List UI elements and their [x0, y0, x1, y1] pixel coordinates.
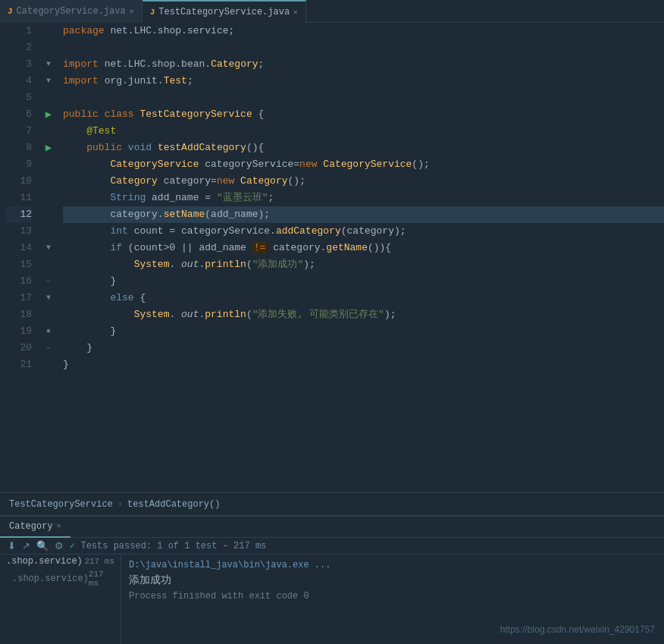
gutter-4: ▼ [38, 73, 59, 90]
fold-icon-16[interactable]: ─ [47, 273, 51, 290]
java-icon-2: J [150, 8, 155, 17]
close-tab-1[interactable]: ✕ [130, 7, 134, 16]
bottom-tab-label: Category [9, 516, 53, 537]
line-num-9: 9 [6, 156, 32, 173]
run-time-1: 217 ms [84, 557, 114, 566]
code-line-3: import net.LHC.shop.bean.Category; [63, 56, 664, 73]
line-num-14: 14 [6, 240, 32, 256]
panel-status-bar: ⬇ ↗ 🔍 ⚙ ✓ Tests passed: 1 of 1 test – 21… [0, 538, 664, 554]
code-line-17: else { [63, 290, 664, 306]
settings-btn[interactable]: ⚙ [55, 540, 64, 551]
line-num-20: 20 [6, 340, 32, 357]
run-time-2: 217 ms [89, 570, 114, 588]
code-line-18: System. out.println("添加失败, 可能类别已存在"); [63, 306, 664, 323]
close-bottom-tab[interactable]: ✕ [57, 516, 61, 537]
tab-test-category-service[interactable]: J TestCategoryService.java ✕ [143, 0, 306, 23]
run-service-name-2: .shop.service) [12, 573, 89, 584]
tab-category-service[interactable]: J CategoryService.java ✕ [0, 0, 143, 23]
gutter-15 [38, 256, 59, 273]
code-line-4: import org.junit.Test; [63, 73, 664, 90]
code-line-5 [63, 90, 664, 106]
line-num-3: 3 [6, 56, 32, 73]
line-num-6: 6 [6, 106, 32, 123]
run-icon-8[interactable]: ▶ [45, 140, 52, 156]
line-num-19: 19 [6, 323, 32, 340]
line-num-18: 18 [6, 306, 32, 323]
code-line-6: public class TestCategoryService { [63, 106, 664, 123]
gutter-2 [38, 39, 59, 56]
gutter-18 [38, 306, 59, 323]
code-line-21: } [63, 357, 664, 373]
gutter-17: ▼ [38, 290, 59, 306]
gutter-1 [38, 23, 59, 39]
gutter-14: ▼ [38, 240, 59, 256]
gutter-7 [38, 123, 59, 140]
line-num-17: 17 [6, 290, 32, 306]
gutter-21 [38, 357, 59, 373]
run-output-line: 添加成功 [129, 573, 656, 589]
code-line-7: @Test [63, 123, 664, 140]
run-left-item-2[interactable]: .shop.service) 217 ms [0, 568, 121, 589]
line-num-15: 15 [6, 256, 32, 273]
editor-area: 1 2 3 4 5 6 7 8 9 10 11 12 13 14 15 16 1… [0, 23, 664, 492]
line-num-2: 2 [6, 39, 32, 56]
gutter-5 [38, 90, 59, 106]
fold-icon-20[interactable]: ─ [47, 340, 51, 357]
gutter-19: ● [38, 323, 59, 340]
code-line-2 [63, 39, 664, 56]
line-num-4: 4 [6, 73, 32, 90]
run-service-name: .shop.service) [6, 556, 83, 567]
fold-icon-3[interactable]: ▼ [46, 56, 51, 73]
code-editor[interactable]: package net.LHC.shop.service; import net… [59, 23, 664, 492]
tab-bar: J CategoryService.java ✕ J TestCategoryS… [0, 0, 664, 23]
line-num-7: 7 [6, 123, 32, 140]
gutter-12 [38, 206, 59, 223]
gutter-8[interactable]: ▶ [38, 140, 59, 156]
bottom-tab-category[interactable]: Category ✕ [0, 517, 70, 538]
watermark: https://blog.csdn.net/weixin_42901757 [500, 624, 655, 635]
fold-icon-19[interactable]: ● [46, 323, 51, 340]
run-footer-line: Process finished with exit code 0 [129, 589, 656, 604]
test-status-text: Tests passed: 1 of 1 test – 217 ms [80, 541, 266, 551]
code-line-12: category.setName(add_name); [63, 206, 664, 223]
gutter-icons: ▼ ▼ ▶ ▶ ▼ ─ ▼ ● ─ [38, 23, 59, 492]
fold-icon-17[interactable]: ▼ [46, 290, 51, 306]
code-line-14: if (count>0 || add_name != category.getN… [63, 240, 664, 256]
gutter-3: ▼ [38, 56, 59, 73]
fold-icon-4[interactable]: ▼ [46, 73, 51, 90]
code-line-11: String add_name = "蓝墨云班"; [63, 190, 664, 206]
fold-icon-14[interactable]: ▼ [46, 240, 51, 256]
code-line-20: } [63, 340, 664, 357]
line-numbers: 1 2 3 4 5 6 7 8 9 10 11 12 13 14 15 16 1… [0, 23, 38, 492]
gutter-16: ─ [38, 273, 59, 290]
bottom-tabs: Category ✕ [0, 517, 664, 538]
gutter-10 [38, 173, 59, 190]
tab-test-label: TestCategoryService.java [158, 7, 290, 17]
code-line-10: Category category=new Category(); [63, 173, 664, 190]
breadcrumb-class[interactable]: TestCategoryService [9, 499, 113, 510]
line-num-13: 13 [6, 223, 32, 240]
gutter-11 [38, 190, 59, 206]
line-num-1: 1 [6, 23, 32, 39]
gutter-9 [38, 156, 59, 173]
code-line-16: } [63, 273, 664, 290]
line-num-11: 11 [6, 190, 32, 206]
code-line-9: CategoryService categoryService=new Cate… [63, 156, 664, 173]
run-icon-6[interactable]: ▶ [45, 106, 52, 123]
run-command: D:\java\install_java\bin\java.exe ... [129, 560, 330, 570]
gutter-6[interactable]: ▶ [38, 106, 59, 123]
down-arrow-btn[interactable]: ⬇ [8, 540, 16, 551]
export-btn[interactable]: ↗ [22, 540, 30, 551]
line-num-16: 16 [6, 273, 32, 290]
line-num-21: 21 [6, 357, 32, 373]
run-left-item-1[interactable]: .shop.service) 217 ms [0, 554, 121, 568]
tab-category-label: CategoryService.java [17, 6, 126, 17]
run-command-line: D:\java\install_java\bin\java.exe ... [129, 558, 656, 573]
search-btn[interactable]: 🔍 [36, 540, 49, 551]
line-num-12: 12 [6, 206, 32, 223]
gutter-20: ─ [38, 340, 59, 357]
line-num-8: 8 [6, 140, 32, 156]
breadcrumb-method[interactable]: testAddCategory() [127, 499, 220, 510]
close-tab-2[interactable]: ✕ [293, 8, 298, 17]
code-line-19: } [63, 323, 664, 340]
